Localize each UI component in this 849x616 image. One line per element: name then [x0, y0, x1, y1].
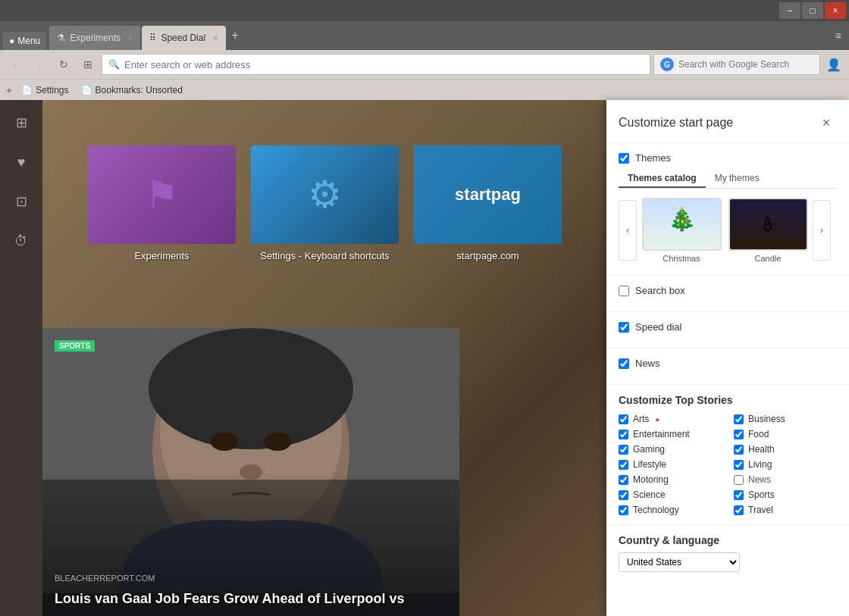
story-sports-label: Sports: [748, 489, 775, 500]
country-language-title: Country & language: [619, 534, 837, 546]
country-language-section: Country & language United States United …: [606, 524, 849, 581]
bookmark-unsorted-label: Bookmarks: Unsorted: [96, 85, 183, 95]
story-lifestyle-label: Lifestyle: [633, 459, 666, 470]
story-science-row: Science: [619, 489, 722, 500]
bookmark-settings-label: Settings: [36, 85, 68, 95]
story-food-checkbox[interactable]: [734, 430, 744, 439]
story-lifestyle-row: Lifestyle: [619, 459, 722, 470]
tab-menu-button[interactable]: ≡: [831, 30, 846, 42]
customize-panel-close-button[interactable]: ×: [816, 112, 837, 133]
story-technology-checkbox[interactable]: [619, 505, 628, 515]
sidebar-monitor-button[interactable]: ⊡: [8, 188, 35, 215]
theme-christmas-label: Christmas: [663, 254, 700, 263]
story-travel-checkbox[interactable]: [734, 505, 744, 515]
theme-candle-img: 🕯: [728, 198, 808, 251]
story-living-checkbox[interactable]: [734, 460, 744, 470]
svg-point-5: [264, 433, 291, 451]
top-stories-title: Customize Top Stories: [619, 394, 837, 406]
experiments-tab-label: Experiments: [70, 33, 121, 43]
profile-button[interactable]: 👤: [823, 54, 844, 75]
settings-gear-icon: ⚙: [308, 173, 342, 217]
story-news-checkbox[interactable]: [734, 475, 744, 485]
sd-tile-settings[interactable]: ⚙ Settings - Keyboard shortcuts: [251, 145, 399, 261]
themes-checkbox[interactable]: [619, 153, 629, 164]
christmas-tree-icon: 🎄: [644, 199, 720, 238]
google-search-bar[interactable]: G: [653, 54, 820, 75]
address-input[interactable]: [124, 59, 644, 70]
sidebar-history-button[interactable]: ⏱: [8, 227, 35, 255]
sd-tile-settings-img: ⚙: [251, 145, 399, 244]
tab-experiments[interactable]: ⚗ Experiments ×: [49, 26, 140, 50]
story-sports-checkbox[interactable]: [734, 490, 744, 500]
story-health-checkbox[interactable]: [734, 445, 744, 455]
sd-tile-experiments[interactable]: ⚑ Experiments: [88, 145, 236, 261]
story-business-row: Business: [734, 414, 837, 424]
carousel-prev-button[interactable]: ‹: [619, 200, 637, 261]
story-living-label: Living: [748, 459, 772, 470]
carousel-next-button[interactable]: ›: [813, 200, 831, 261]
sd-tile-startpage-label: startpage.com: [456, 250, 518, 261]
bookmarks-bar: + 📄 Settings 📄 Bookmarks: Unsorted: [0, 79, 849, 100]
themes-checkbox-label: Themes: [635, 152, 671, 164]
opera-icon: ●: [9, 36, 14, 46]
bookmark-unsorted[interactable]: 📄 Bookmarks: Unsorted: [78, 83, 186, 97]
story-business-checkbox[interactable]: [734, 414, 744, 424]
speed-dial-checkbox[interactable]: [619, 322, 629, 333]
nav-bar: ‹ › ↻ ⊞ 🔍 G 👤: [0, 50, 849, 79]
candle-icon: 🕯: [758, 213, 778, 236]
address-bar[interactable]: 🔍: [102, 54, 650, 75]
speed-dial-checkbox-row: Speed dial: [619, 321, 837, 333]
story-arts-checkbox[interactable]: [619, 414, 628, 424]
news-checkbox-label: News: [635, 358, 660, 369]
sidebar-heart-button[interactable]: ♥: [8, 149, 35, 176]
svg-point-4: [211, 433, 238, 451]
flag-icon: ⚑: [145, 173, 179, 217]
sd-tile-experiments-img: ⚑: [88, 145, 236, 244]
news-section: News: [606, 348, 849, 384]
theme-candle-label: Candle: [755, 254, 782, 263]
sidebar-speed-dial-button[interactable]: ⊞: [8, 109, 35, 136]
story-travel-label: Travel: [748, 505, 773, 515]
maximize-button[interactable]: □: [802, 2, 823, 19]
country-language-select[interactable]: United States United Kingdom Canada Aust…: [619, 552, 740, 572]
grid-button[interactable]: ⊞: [77, 54, 99, 75]
theme-christmas-img: 🎄: [642, 198, 722, 251]
sd-tile-startpage[interactable]: startpag startpage.com: [414, 145, 562, 261]
tab-speed-dial[interactable]: ⠿ Speed Dial ×: [142, 26, 225, 50]
theme-candle[interactable]: 🕯 Candle: [726, 198, 810, 263]
menu-button[interactable]: ● Menu: [3, 32, 46, 50]
experiments-tab-close[interactable]: ×: [128, 33, 133, 42]
story-food-row: Food: [734, 429, 837, 439]
news-checkbox[interactable]: [619, 358, 629, 369]
google-search-input[interactable]: [678, 59, 813, 70]
story-sports-row: Sports: [734, 489, 837, 500]
story-science-checkbox[interactable]: [619, 490, 628, 500]
minimize-button[interactable]: −: [779, 2, 800, 19]
themes-tab-catalog[interactable]: Themes catalog: [619, 170, 706, 188]
speed-dial-tab-close[interactable]: ×: [213, 33, 218, 42]
themes-tab-my[interactable]: My themes: [706, 170, 769, 188]
story-living-row: Living: [734, 459, 837, 470]
main-area: ⊞ ♥ ⊡ ⏱ ⚑ Experiments ⚙ Settings - Keybo…: [0, 100, 849, 616]
story-gaming-checkbox[interactable]: [619, 445, 628, 455]
theme-christmas[interactable]: 🎄 Christmas: [640, 198, 723, 263]
story-motoring-checkbox[interactable]: [619, 475, 628, 485]
story-lifestyle-checkbox[interactable]: [619, 460, 628, 470]
story-entertainment-checkbox[interactable]: [619, 430, 628, 439]
add-bookmark-button[interactable]: +: [6, 84, 12, 96]
window-controls: − □ ×: [779, 2, 846, 19]
top-stories-section: Customize Top Stories Arts ● Business En…: [606, 384, 849, 524]
new-tab-button[interactable]: +: [227, 29, 243, 42]
story-health-row: Health: [734, 444, 837, 455]
close-button[interactable]: ×: [825, 2, 846, 19]
story-news-row: News: [734, 474, 837, 485]
reload-button[interactable]: ↻: [53, 54, 74, 75]
search-box-label: Search box: [635, 285, 685, 296]
story-travel-row: Travel: [734, 505, 837, 515]
bookmark-settings[interactable]: 📄 Settings: [18, 83, 71, 97]
search-box-checkbox[interactable]: [619, 286, 629, 296]
story-science-label: Science: [633, 489, 666, 500]
back-button[interactable]: ‹: [5, 54, 26, 75]
arts-badge: ●: [655, 415, 659, 424]
forward-button[interactable]: ›: [29, 54, 50, 75]
